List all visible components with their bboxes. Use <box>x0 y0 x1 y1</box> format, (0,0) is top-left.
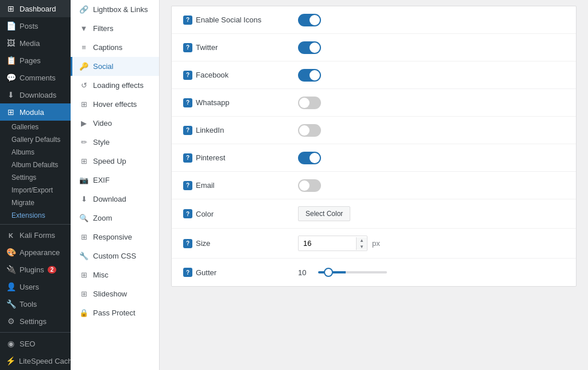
sidebar-item-appearance[interactable]: 🎨 Appearance <box>0 244 71 261</box>
submenu-album-defaults[interactable]: Album Defaults <box>6 159 71 171</box>
captions-icon: ≡ <box>79 43 88 52</box>
toggle-whatsapp[interactable] <box>298 97 321 109</box>
mid-item-exif[interactable]: 📷 EXIF <box>71 171 159 190</box>
control-whatsapp <box>298 97 564 109</box>
pages-icon: 📋 <box>6 56 16 65</box>
mid-item-custom-css[interactable]: 🔧 Custom CSS <box>71 246 159 265</box>
mid-item-loading-effects[interactable]: ↺ Loading effects <box>71 76 159 95</box>
help-icon-color[interactable]: ? <box>183 209 192 218</box>
sidebar-item-seo[interactable]: ◉ SEO <box>0 335 71 352</box>
sidebar-item-litespeed[interactable]: ⚡ LiteSpeed Cache <box>0 352 71 369</box>
help-icon-email[interactable]: ? <box>183 181 192 190</box>
mid-item-captions[interactable]: ≡ Captions <box>71 38 159 57</box>
sidebar-item-modula[interactable]: ⊞ Modula <box>0 103 71 121</box>
sidebar-item-kali-forms[interactable]: K Kali Forms <box>0 227 71 244</box>
label-enable-social-icons: ? Enable Social Icons <box>183 16 298 25</box>
settings-table: ? Enable Social Icons ? Twitter <box>171 6 577 287</box>
comments-icon: 💬 <box>6 73 16 82</box>
sidebar-item-users[interactable]: 👤 Users <box>0 278 71 295</box>
label-email: ? Email <box>183 181 298 190</box>
size-arrows: ▲ ▼ <box>356 237 367 250</box>
posts-icon: 📄 <box>6 21 16 30</box>
download-icon: ⬇ <box>79 195 88 203</box>
mid-item-zoom[interactable]: 🔍 Zoom <box>71 209 159 228</box>
sidebar-item-comments[interactable]: 💬 Comments <box>0 69 71 86</box>
style-icon: ✏ <box>79 138 88 147</box>
label-gutter: ? Gutter <box>183 268 298 277</box>
help-icon-pinterest[interactable]: ? <box>183 153 192 163</box>
help-icon-enable-social[interactable]: ? <box>183 16 192 25</box>
color-picker-button[interactable]: Select Color <box>298 206 350 221</box>
loading-effects-icon: ↺ <box>79 81 88 90</box>
mid-item-responsive[interactable]: ⊞ Responsive <box>71 228 159 246</box>
help-icon-twitter[interactable]: ? <box>183 43 192 52</box>
mid-item-misc[interactable]: ⊞ Misc <box>71 265 159 284</box>
kali-forms-icon: K <box>6 232 16 239</box>
mid-item-social[interactable]: 🔑 Social <box>71 57 159 76</box>
sidebar-item-media[interactable]: 🖼 Media <box>0 34 71 52</box>
sidebar-item-downloads[interactable]: ⬇ Downloads <box>0 86 71 103</box>
submenu-settings[interactable]: Settings <box>6 171 71 184</box>
row-linkedin: ? LinkedIn <box>172 117 576 144</box>
help-icon-facebook[interactable]: ? <box>183 71 192 80</box>
help-icon-whatsapp[interactable]: ? <box>183 98 192 107</box>
submenu-migrate[interactable]: Migrate <box>6 196 71 209</box>
submenu-extensions[interactable]: Extensions <box>6 209 71 222</box>
hover-effects-icon: ⊞ <box>79 100 88 109</box>
control-email <box>298 179 564 192</box>
control-gutter: 10 <box>298 268 564 277</box>
control-facebook <box>298 69 564 82</box>
size-up-arrow[interactable]: ▲ <box>357 237 367 244</box>
mid-item-slideshow[interactable]: ⊞ Slideshow <box>71 284 159 303</box>
toggle-facebook[interactable] <box>298 69 321 82</box>
main-content: ? Enable Social Icons ? Twitter <box>160 0 588 370</box>
submenu-gallery-defaults[interactable]: Gallery Defaults <box>6 133 71 146</box>
toggle-email[interactable] <box>298 179 321 192</box>
sidebar-item-pages[interactable]: 📋 Pages <box>0 52 71 69</box>
gutter-slider-wrap: 10 <box>298 268 387 277</box>
media-icon: 🖼 <box>6 38 16 48</box>
mid-item-pass-protect[interactable]: 🔒 Pass Protect <box>71 303 159 322</box>
label-pinterest: ? Pinterest <box>183 153 298 163</box>
mid-item-style[interactable]: ✏ Style <box>71 133 159 152</box>
sidebar-item-tools[interactable]: 🔧 Tools <box>0 295 71 313</box>
mid-item-download[interactable]: ⬇ Download <box>71 190 159 209</box>
submenu-import-export[interactable]: Import/Export <box>6 184 71 196</box>
help-icon-linkedin[interactable]: ? <box>183 126 192 135</box>
mid-item-filters[interactable]: ▼ Filters <box>71 19 159 38</box>
label-twitter: ? Twitter <box>183 43 298 52</box>
size-down-arrow[interactable]: ▼ <box>357 244 367 250</box>
size-input[interactable] <box>299 236 356 250</box>
row-facebook: ? Facebook <box>172 61 576 89</box>
toggle-pinterest[interactable] <box>298 152 321 164</box>
size-unit-label: px <box>372 239 380 248</box>
sidebar-item-plugins[interactable]: 🔌 Plugins 2 <box>0 261 71 278</box>
sidebar-item-posts[interactable]: 📄 Posts <box>0 17 71 34</box>
mid-item-hover-effects[interactable]: ⊞ Hover effects <box>71 95 159 114</box>
plugins-icon: 🔌 <box>6 265 16 274</box>
mid-item-video[interactable]: ▶ Video <box>71 114 159 133</box>
help-icon-size[interactable]: ? <box>183 239 192 248</box>
toggle-linkedin[interactable] <box>298 124 321 137</box>
help-icon-gutter[interactable]: ? <box>183 268 192 277</box>
row-color: ? Color Select Color <box>172 199 576 229</box>
exif-icon: 📷 <box>79 176 88 184</box>
row-twitter: ? Twitter <box>172 34 576 61</box>
mid-item-speed-up[interactable]: ⊞ Speed Up <box>71 152 159 171</box>
submenu-galleries[interactable]: Galleries <box>6 121 71 133</box>
row-pinterest: ? Pinterest <box>172 144 576 172</box>
zoom-icon: 🔍 <box>79 214 88 222</box>
gutter-slider[interactable] <box>318 271 387 273</box>
lightbox-icon: 🔗 <box>79 5 88 14</box>
control-color: Select Color <box>298 206 564 221</box>
row-whatsapp: ? Whatsapp <box>172 89 576 117</box>
responsive-icon: ⊞ <box>79 233 88 241</box>
toggle-twitter[interactable] <box>298 41 321 54</box>
size-input-wrap: ▲ ▼ <box>298 236 368 251</box>
sidebar-item-dashboard[interactable]: ⊞ Dashboard <box>0 0 71 17</box>
sidebar-item-settings[interactable]: ⚙ Settings <box>0 313 71 330</box>
modula-icon: ⊞ <box>6 107 16 117</box>
mid-item-lightbox[interactable]: 🔗 Lightbox & Links <box>71 0 159 19</box>
toggle-enable-social-icons[interactable] <box>298 14 321 26</box>
submenu-albums[interactable]: Albums <box>6 146 71 159</box>
